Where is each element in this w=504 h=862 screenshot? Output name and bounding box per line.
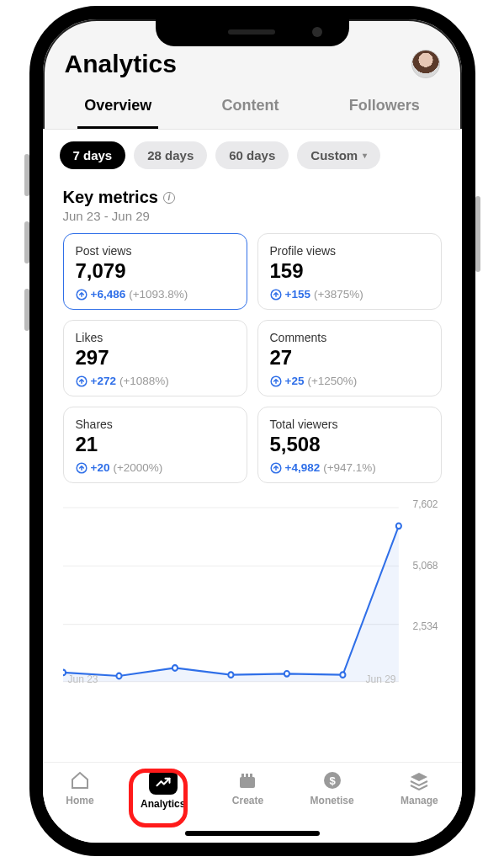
metric-value: 159 [270,259,429,283]
phone-frame: Analytics Overview Content Followers 7 d… [29,6,475,856]
arrow-up-icon [76,375,88,387]
info-icon[interactable] [163,192,175,204]
chip-28-days[interactable]: 28 days [134,141,207,169]
nav-label: Analytics [141,798,185,810]
arrow-up-icon [270,462,282,474]
tab-overview[interactable]: Overview [77,88,158,129]
nav-create[interactable]: Create [232,769,263,806]
metric-delta-pct: (+1250%) [307,375,357,387]
metric-value: 21 [76,433,235,456]
nav-label: Manage [401,795,438,806]
key-metrics-heading: Key metrics [63,188,175,207]
chevron-down-icon: ▾ [363,151,367,160]
metric-delta-pct: (+947.1%) [323,461,376,474]
screen: Analytics Overview Content Followers 7 d… [43,19,462,843]
metric-card[interactable]: Likes297+272(+1088%) [63,320,247,396]
monetise-icon: $ [320,769,345,791]
arrow-up-icon [76,289,88,301]
metric-card[interactable]: Shares21+20(+2000%) [63,407,247,483]
manage-icon [406,769,432,791]
chart-svg [63,498,442,684]
metric-card[interactable]: Total viewers5,508+4,982(+947.1%) [257,407,442,483]
svg-rect-19 [246,774,248,777]
page-title: Analytics [65,50,177,78]
tab-followers[interactable]: Followers [342,88,427,129]
nav-label: Monetise [310,795,354,806]
metric-card[interactable]: Post views7,079+6,486(+1093.8%) [63,233,247,310]
nav-home[interactable]: Home [66,769,93,806]
nav-manage[interactable]: Manage [401,769,438,806]
metric-delta: +4,982(+947.1%) [270,461,429,474]
home-icon [67,769,93,791]
chip-60-days[interactable]: 60 days [215,141,289,169]
svg-point-13 [228,672,233,678]
metric-value: 7,079 [76,259,235,283]
arrow-up-icon [76,462,88,474]
svg-point-15 [340,672,345,678]
metric-delta-abs: +20 [91,461,110,474]
home-indicator[interactable] [185,831,320,836]
metric-card[interactable]: Profile views159+155(+3875%) [257,233,442,310]
metric-label: Post views [76,244,235,258]
svg-rect-17 [240,777,255,788]
arrow-up-icon [270,375,282,387]
header: Analytics [43,19,462,83]
nav-label: Home [66,795,93,806]
metric-delta-abs: +272 [91,375,116,387]
svg-text:$: $ [329,774,336,787]
metric-delta: +155(+3875%) [270,288,429,301]
metric-delta: +6,486(+1093.8%) [76,288,235,301]
nav-monetise[interactable]: $ Monetise [310,769,354,806]
metric-label: Profile views [270,244,429,258]
x-tick: Jun 23 [68,673,98,685]
svg-point-11 [116,673,121,679]
metric-delta-pct: (+1093.8%) [129,288,188,301]
svg-point-10 [63,670,66,676]
date-range: Jun 23 - Jun 29 [63,209,442,223]
avatar[interactable] [411,50,440,78]
metric-delta-pct: (+3875%) [314,288,363,301]
chart[interactable]: 7,602 5,068 2,534 Jun 23 Jun 29 [63,498,442,684]
metric-delta-pct: (+1088%) [119,375,169,387]
svg-rect-20 [250,774,252,777]
metric-delta-abs: +6,486 [91,288,126,301]
nav-label: Create [232,795,263,806]
tabs: Overview Content Followers [43,83,462,130]
key-metrics-title: Key metrics [63,188,158,207]
arrow-up-icon [270,289,282,301]
create-icon [235,769,260,791]
analytics-icon [149,769,178,795]
svg-rect-18 [241,774,244,777]
metric-delta-abs: +25 [285,375,305,387]
y-tick: 7,602 [412,498,438,510]
metric-delta-abs: +155 [285,288,310,301]
metric-delta: +272(+1088%) [76,375,235,387]
svg-point-14 [284,671,289,677]
metric-value: 27 [270,346,429,370]
svg-point-16 [395,524,401,529]
metric-value: 297 [76,346,235,370]
metric-delta-abs: +4,982 [285,461,321,474]
metric-label: Total viewers [270,418,429,431]
svg-point-12 [172,665,177,671]
content: Key metrics Jun 23 - Jun 29 Post views7,… [43,181,462,843]
y-tick: 5,068 [412,560,438,572]
metric-delta: +20(+2000%) [76,461,235,474]
chip-custom[interactable]: Custom ▾ [297,141,380,169]
metric-label: Likes [76,331,235,344]
chip-7-days[interactable]: 7 days [60,141,126,169]
metric-value: 5,508 [270,433,429,456]
tab-content[interactable]: Content [215,88,286,129]
metric-card[interactable]: Comments27+25(+1250%) [257,320,442,396]
time-filter-row: 7 days 28 days 60 days Custom ▾ [43,130,462,181]
y-tick: 2,534 [412,620,438,632]
metric-delta: +25(+1250%) [270,375,429,387]
metrics-grid: Post views7,079+6,486(+1093.8%)Profile v… [63,233,442,483]
metric-label: Comments [270,331,429,344]
metric-label: Shares [76,418,235,431]
chip-custom-label: Custom [310,148,358,162]
metric-delta-pct: (+2000%) [113,461,162,474]
x-tick: Jun 29 [365,673,395,685]
nav-analytics[interactable]: Analytics [141,769,185,810]
